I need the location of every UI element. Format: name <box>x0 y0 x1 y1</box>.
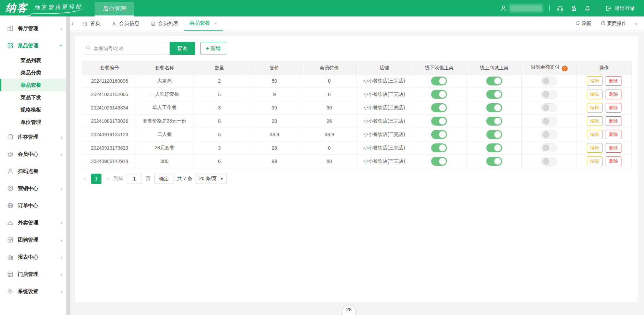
offline-onsale-toggle[interactable] <box>431 117 447 126</box>
sidebar-item-order-center[interactable]: 订单中心 <box>0 197 66 214</box>
column-header-store: 店铺 <box>357 61 412 74</box>
edit-button[interactable]: 编辑 <box>587 76 603 86</box>
edit-button[interactable]: 编辑 <box>587 143 603 153</box>
sidebar-item-store-mgmt[interactable]: 门店管理› <box>0 266 66 283</box>
search-icon <box>86 45 91 52</box>
tabbar-actions: 刷新 页面操作 › <box>575 21 637 27</box>
column-header-label: 售价 <box>270 65 279 70</box>
edit-button[interactable]: 编辑 <box>587 130 603 139</box>
headset-icon[interactable] <box>557 5 563 12</box>
page-number-1[interactable]: 1 <box>91 174 101 184</box>
delete-button[interactable]: 删除 <box>606 156 621 166</box>
offline-onsale-toggle[interactable] <box>431 157 447 166</box>
help-icon[interactable]: ? <box>562 66 568 71</box>
table-row: 2024090614291800069988小小餐饮店(三完店)编辑删除 <box>82 155 632 168</box>
column-header-label: 数量 <box>215 65 224 70</box>
online-onsale-toggle[interactable] <box>486 103 502 112</box>
search-input[interactable] <box>94 46 166 51</box>
limit-balance-toggle[interactable] <box>541 143 557 152</box>
limit-balance-toggle[interactable] <box>541 157 557 166</box>
sidebar-subitem-dish-dispatch[interactable]: 菜品下发 <box>0 91 66 104</box>
limit-balance-toggle[interactable] <box>541 103 557 112</box>
delete-button[interactable]: 删除 <box>606 103 621 113</box>
lock-icon[interactable] <box>570 5 577 12</box>
page-size-select[interactable]: 20 条/页 ▼ <box>196 174 227 184</box>
tab-label: 菜品套餐 <box>190 20 210 26</box>
delete-button[interactable]: 删除 <box>606 76 621 86</box>
edit-button[interactable]: 编辑 <box>587 103 603 113</box>
column-header-online-onsale: 线上商城上架 <box>467 61 522 74</box>
close-icon[interactable]: × <box>214 20 217 26</box>
online-onsale-toggle[interactable] <box>486 117 502 126</box>
sidebar-item-marketing-center[interactable]: 营销中心› <box>0 180 66 197</box>
portal-tab-backend[interactable]: 后台管理 <box>95 2 134 16</box>
online-onsale-toggle[interactable] <box>486 130 502 139</box>
limit-balance-toggle[interactable] <box>541 117 557 126</box>
sidebar-item-groupbuy-mgmt[interactable]: 团购管理› <box>0 231 66 248</box>
tab-member-info[interactable]: 会员信息 <box>106 16 145 31</box>
layout: 餐厅管理›菜品管理›菜品列表菜品分类菜品套餐菜品下发规格模板单位管理库存管理›会… <box>0 16 644 315</box>
delete-button[interactable]: 删除 <box>606 130 621 139</box>
sidebar-item-scan-order[interactable]: 扫码点餐 <box>0 163 66 180</box>
cell-member-price: 30 <box>302 101 357 115</box>
sidebar-item-stock-mgmt[interactable]: 库存管理› <box>0 128 66 145</box>
toggle-knob <box>543 131 549 138</box>
table-row: 20241023143834单人工作餐33930小小餐饮店(三完店)编辑删除 <box>82 101 632 115</box>
edit-button[interactable]: 编辑 <box>587 116 603 126</box>
delete-button[interactable]: 删除 <box>606 116 621 126</box>
query-button[interactable]: 查询 <box>170 42 195 55</box>
limit-balance-toggle[interactable] <box>541 90 557 99</box>
sidebar-subitem-dish-category[interactable]: 菜品分类 <box>0 67 66 79</box>
online-onsale-toggle[interactable] <box>486 143 502 152</box>
chevron-down-icon: › <box>59 45 64 47</box>
sidebar-subitem-dish-combo[interactable]: 菜品套餐 <box>0 79 66 91</box>
online-onsale-toggle[interactable] <box>486 90 502 99</box>
confirm-button[interactable]: 确定 <box>154 174 173 184</box>
offline-onsale-toggle[interactable] <box>431 90 447 99</box>
sidebar-item-system-settings[interactable]: 系统设置› <box>0 283 66 300</box>
edit-button[interactable]: 编辑 <box>587 156 603 166</box>
offline-onsale-toggle[interactable] <box>431 130 447 139</box>
page-ops-button[interactable]: 页面操作 <box>600 21 627 27</box>
sidebar-item-report-center[interactable]: 报表中心› <box>0 248 66 266</box>
limit-balance-toggle[interactable] <box>541 77 557 85</box>
cell-combo-id: 20240913173629 <box>82 141 137 155</box>
user-account[interactable] <box>500 4 543 12</box>
prev-page-icon[interactable]: ‹ <box>83 175 87 182</box>
offline-onsale-toggle[interactable] <box>431 143 447 152</box>
online-onsale-toggle[interactable] <box>486 157 502 166</box>
person-icon <box>7 168 14 175</box>
tabbar-more-icon[interactable]: › <box>635 21 637 27</box>
cell-combo-id: 20241023143834 <box>82 101 137 115</box>
bell-icon[interactable] <box>584 5 591 12</box>
refresh-button[interactable]: 刷新 <box>575 21 592 27</box>
cell-qty: 5 <box>192 88 247 101</box>
add-button[interactable]: + 新增 <box>201 42 226 55</box>
sidebar-collapse-icon[interactable]: › <box>70 20 77 27</box>
sidebar-item-takeout-mgmt[interactable]: 外卖管理› <box>0 214 66 231</box>
goto-page-input[interactable] <box>127 174 142 184</box>
tab-home[interactable]: 首页 <box>77 16 106 31</box>
sidebar-subitem-unit-mgmt[interactable]: 单位管理 <box>0 116 66 128</box>
delete-button[interactable]: 删除 <box>606 143 621 153</box>
limit-balance-toggle[interactable] <box>541 130 557 139</box>
column-header-member-price: 会员特价 <box>302 61 357 74</box>
sidebar-splitter[interactable] <box>66 16 70 315</box>
sidebar-item-member-center[interactable]: 会员中心› <box>0 145 66 163</box>
sidebar-item-restaurant-mgmt[interactable]: 餐厅管理› <box>0 20 66 37</box>
cell-online-onsale <box>467 155 522 168</box>
tab-dish-combo[interactable]: 菜品套餐× <box>184 16 223 31</box>
edit-button[interactable]: 编辑 <box>587 90 603 99</box>
next-page-icon[interactable]: › <box>105 175 110 182</box>
logout-button[interactable]: 退出登录 <box>605 5 635 12</box>
offline-onsale-toggle[interactable] <box>431 103 447 112</box>
offline-onsale-toggle[interactable] <box>431 77 447 85</box>
cell-combo-name: 28元套餐 <box>137 141 192 155</box>
sidebar-subitem-spec-template[interactable]: 规格模板 <box>0 104 66 116</box>
sidebar-subitem-dish-list[interactable]: 菜品列表 <box>0 54 66 67</box>
delete-button[interactable]: 删除 <box>606 90 621 99</box>
sidebar-item-dish-mgmt[interactable]: 菜品管理› <box>0 37 66 54</box>
cell-offline-onsale <box>412 101 466 115</box>
tab-member-list[interactable]: 会员列表 <box>145 16 184 31</box>
online-onsale-toggle[interactable] <box>486 77 502 85</box>
